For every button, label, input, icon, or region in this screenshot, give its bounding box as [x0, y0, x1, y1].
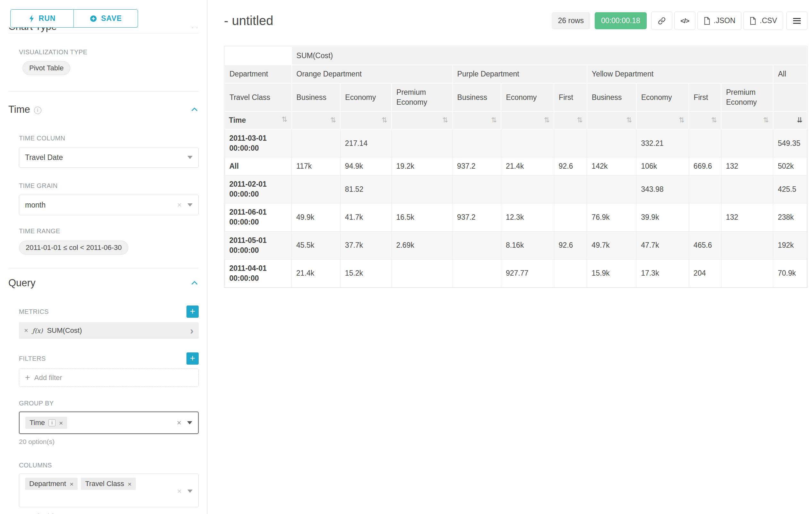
export-json-label: .JSON — [714, 17, 735, 25]
table-row: 2011-02-01 00:00:0081.52343.98425.5 — [225, 175, 807, 204]
pivot-cell: 92.6 — [554, 157, 587, 175]
pivot-travel-class-header: Economy — [340, 83, 392, 111]
pivot-cell — [292, 129, 341, 157]
run-button[interactable]: RUN — [10, 9, 74, 28]
pivot-sort-cell: ⇅ — [721, 111, 773, 129]
link-icon — [658, 17, 666, 25]
add-filter-plus-button[interactable]: + — [186, 352, 199, 364]
divider — [8, 33, 199, 33]
pivot-cell — [721, 129, 773, 157]
metric-item[interactable]: × ƒ(x) SUM(Cost) › — [19, 322, 199, 339]
time-section-header: Time i — [8, 103, 199, 116]
pivot-department-header: Orange Department — [292, 65, 453, 83]
visualization-type-label: VISUALIZATION TYPE — [19, 49, 199, 56]
pivot-cell: 70.9k — [773, 259, 807, 287]
pivot-cell — [721, 259, 773, 287]
sort-icon[interactable]: ⇅ — [544, 116, 550, 124]
pivot-department-axis-label: Department — [225, 65, 292, 83]
pivot-cell — [453, 129, 501, 157]
sort-icon[interactable]: ⇅ — [679, 116, 685, 124]
copy-link-button[interactable] — [651, 11, 672, 30]
columns-tag[interactable]: Travel Class× — [81, 478, 136, 490]
pivot-travel-class-header: Business — [453, 83, 501, 111]
sort-icon[interactable]: ⇅ — [711, 116, 717, 124]
export-json-button[interactable]: .JSON — [697, 11, 742, 30]
chart-type-heading: Chart Type — [8, 28, 57, 32]
pivot-department-header: Purple Department — [453, 65, 587, 83]
pivot-corner-cell — [225, 47, 292, 65]
sort-icon[interactable]: ⇅ — [491, 116, 497, 124]
time-grain-select[interactable]: month × — [19, 195, 199, 215]
sort-icon[interactable]: ⇅ — [282, 115, 287, 124]
pivot-cell — [587, 129, 636, 157]
remove-metric-icon[interactable]: × — [24, 327, 28, 334]
sort-icon[interactable]: ⇅ — [626, 116, 632, 124]
columns-tag-label: Travel Class — [85, 480, 124, 488]
pivot-cell: 502k — [773, 157, 807, 175]
metrics-label: METRICS — [19, 308, 49, 316]
table-row: All117k94.9k19.2k937.221.4k92.6142k106k6… — [225, 157, 807, 175]
clear-icon[interactable]: × — [177, 487, 182, 495]
remove-tag-icon[interactable]: × — [128, 481, 132, 487]
pivot-time-axis-cell: Time⇅ — [225, 111, 292, 129]
sort-icon[interactable]: ⇅ — [442, 116, 448, 124]
remove-tag-icon[interactable]: × — [70, 481, 74, 487]
pivot-sort-cell: ⇅ — [636, 111, 689, 129]
time-range-pill[interactable]: 2011-01-01 ≤ col < 2011-06-30 — [19, 241, 128, 255]
pivot-cell: 192k — [773, 231, 807, 259]
time-column-value: Travel Date — [25, 153, 63, 162]
group-by-tag[interactable]: Timei× — [25, 417, 67, 429]
collapse-time-icon[interactable] — [190, 105, 199, 114]
sort-icon[interactable]: ⇅ — [763, 116, 769, 124]
clear-icon[interactable]: × — [177, 419, 181, 427]
run-save-button-group: RUN SAVE — [10, 9, 199, 28]
sort-icon[interactable]: ⇅ — [577, 116, 582, 124]
columns-options-hint: 19 option(s) — [19, 512, 199, 514]
sort-icon[interactable]: ⇅ — [382, 116, 387, 124]
menu-button[interactable] — [786, 11, 808, 30]
pivot-cell: 17.3k — [636, 259, 689, 287]
pivot-cell — [554, 259, 587, 287]
function-icon: ƒ(x) — [32, 327, 43, 334]
columns-tag[interactable]: Department× — [25, 478, 78, 490]
chart-title: - untitled — [224, 13, 273, 28]
export-csv-label: .CSV — [760, 17, 777, 25]
pivot-department-header: Yellow Department — [587, 65, 773, 83]
viz-type-pill[interactable]: Pivot Table — [23, 61, 70, 75]
chevron-up-icon[interactable] — [191, 28, 199, 30]
add-metric-button[interactable]: + — [186, 305, 199, 318]
collapse-query-icon[interactable] — [190, 279, 199, 287]
pivot-cell: 21.4k — [292, 259, 341, 287]
pivot-travel-class-header: Economy — [636, 83, 689, 111]
embed-code-button[interactable]: </> — [674, 11, 696, 30]
time-column-select[interactable]: Travel Date — [19, 147, 199, 168]
pivot-cell — [501, 175, 554, 204]
group-by-label: GROUP BY — [19, 400, 199, 407]
pivot-travel-class-header: Premium Economy — [721, 83, 773, 111]
pivot-cell — [689, 129, 721, 157]
group-by-select[interactable]: Timei× × — [19, 411, 199, 434]
chevron-right-icon[interactable]: › — [190, 325, 194, 336]
pivot-cell: 16.5k — [392, 204, 453, 231]
pivot-row-label: 2011-06-01 00:00:00 — [225, 204, 292, 231]
remove-tag-icon[interactable]: × — [59, 420, 63, 426]
pivot-cell — [392, 259, 453, 287]
sort-descending-icon[interactable]: ⇊ — [797, 116, 803, 124]
pivot-row-label: 2011-03-01 00:00:00 — [225, 129, 292, 157]
sort-icon[interactable]: ⇅ — [330, 116, 336, 124]
pivot-cell: 19.2k — [392, 157, 453, 175]
plus-circle-icon — [90, 15, 97, 23]
chart-panel: - untitled 26 rows 00:00:00.18 </> .JSON — [207, 0, 812, 514]
pivot-sort-cell: ⇅ — [689, 111, 721, 129]
add-filter-button[interactable]: + Add filter — [19, 369, 199, 387]
hamburger-icon — [793, 17, 801, 25]
columns-select[interactable]: Department×Travel Class× × — [19, 474, 199, 507]
export-csv-button[interactable]: .CSV — [743, 11, 783, 30]
save-button[interactable]: SAVE — [74, 9, 138, 28]
pivot-metric-header: SUM(Cost) — [292, 47, 807, 65]
clear-icon[interactable]: × — [177, 201, 182, 209]
divider — [8, 91, 199, 91]
file-icon — [749, 17, 756, 25]
pivot-cell: 217.14 — [340, 129, 392, 157]
pivot-row-label: 2011-05-01 00:00:00 — [225, 231, 292, 259]
